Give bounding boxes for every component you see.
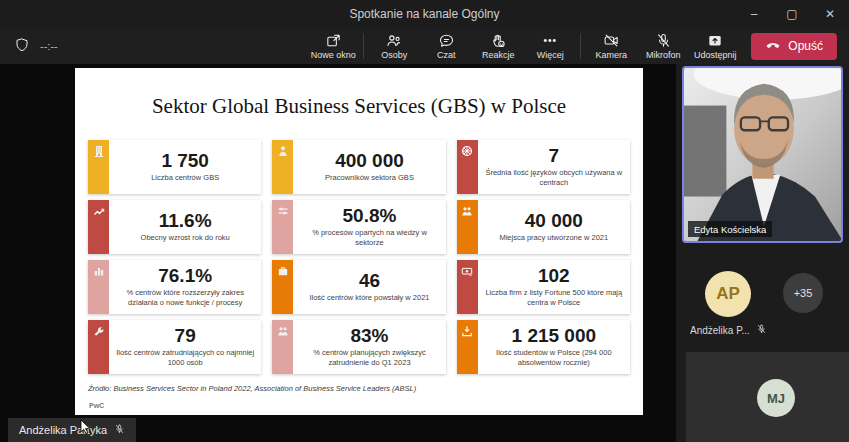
stat-value: 102 [538, 266, 570, 286]
mic-off-icon [114, 423, 125, 437]
presenter-name-chip: Andżelika Partyka [8, 418, 136, 442]
new-window-button[interactable]: Nowe okno [307, 32, 359, 60]
camera-off-icon [602, 32, 621, 49]
share-screen-button[interactable]: Udostępnij [689, 32, 741, 60]
participant-avatar[interactable]: AP [705, 271, 751, 317]
chat-button[interactable]: Czat [420, 32, 472, 60]
active-speaker-video-tile[interactable]: Edyta Kościelska [682, 66, 843, 243]
stat-value: 83% [350, 326, 388, 346]
hangup-icon [765, 39, 781, 53]
toolbar-buttons: Nowe okno Osoby Czat Reakcje [307, 32, 849, 60]
people-icon [385, 32, 403, 49]
stat-label: % centrów planujących zwiększyć zatrudni… [297, 348, 441, 368]
bar-chart-icon [88, 260, 109, 314]
speaker-video-feed [684, 68, 841, 241]
participant-name: Andżelika P... [690, 325, 750, 336]
stat-label: Obecny wzrost rok do roku [141, 233, 230, 243]
reactions-icon [489, 32, 507, 49]
toolbar-separator [363, 33, 364, 59]
teams-meeting-window: Spotkanie na kanale Ogólny – ▢ ✕ --:-- N… [0, 0, 849, 442]
toolbar-separator [580, 33, 581, 59]
stat-label: Liczba centrów GBS [151, 173, 219, 183]
window-controls: – ▢ ✕ [735, 0, 849, 28]
reactions-button[interactable]: Reakcje [472, 32, 524, 60]
stat-value: 76.1% [158, 266, 212, 286]
stat-card: 83% % centrów planujących zwiększyć zatr… [272, 320, 445, 374]
stat-card: 102 Liczba firm z listy Fortune 500 któr… [457, 260, 630, 314]
stat-card: 400 000 Pracowników sektora GBS [272, 140, 445, 194]
close-icon[interactable]: ✕ [811, 0, 849, 28]
trend-up-icon [88, 200, 109, 254]
building-icon [88, 140, 109, 194]
people-icon [457, 200, 478, 254]
stat-label: % centrów które rozszerzyły zakres dział… [113, 288, 257, 308]
stat-card: 1 215 000 Ilość studentów w Polsce (294 … [457, 320, 630, 374]
stat-value: 46 [359, 271, 380, 291]
overflow-participants-badge[interactable]: +35 [783, 273, 823, 313]
screen-share-stage: Sektor Global Business Services (GBS) w … [0, 64, 676, 442]
camera-button[interactable]: Kamera [585, 32, 637, 60]
stat-card: 50.8% % procesów opartych na wiedzy w se… [272, 200, 445, 254]
maximize-icon[interactable]: ▢ [773, 0, 811, 28]
mic-off-icon [756, 323, 767, 337]
slide-title: Sektor Global Business Services (GBS) w … [75, 94, 643, 119]
window-title: Spotkanie na kanale Ogólny [0, 7, 849, 21]
stat-card: 76.1% % centrów które rozszerzyły zakres… [88, 260, 261, 314]
participants-sidebar: Edyta Kościelska AP +35 Andżelika P... M… [676, 64, 849, 442]
stat-value: 400 000 [335, 151, 404, 171]
stat-value: 1 750 [161, 151, 209, 171]
leave-button[interactable]: Opuść [751, 33, 837, 60]
stat-card: 46 Ilość centrów które powstały w 2021 [272, 260, 445, 314]
stat-value: 50.8% [343, 206, 397, 226]
banknote-icon [457, 260, 478, 314]
person-icon [272, 140, 293, 194]
download-icon [457, 320, 478, 374]
share-screen-icon [706, 32, 724, 49]
new-window-icon [325, 32, 342, 49]
stat-card: 79 Ilość centrów zatrudniających co najm… [88, 320, 261, 374]
participant-avatar: MJ [757, 379, 795, 417]
stat-value: 40 000 [525, 211, 583, 231]
more-icon: ••• [544, 32, 558, 49]
microphone-button[interactable]: Mikrofon [637, 32, 689, 60]
participant-name-row: Andżelika P... [690, 323, 840, 337]
meeting-toolbar: --:-- Nowe okno Osoby Czat [0, 28, 849, 64]
mouse-cursor-icon [80, 419, 91, 438]
stat-card: 40 000 Miejsca pracy utworzone w 2021 [457, 200, 630, 254]
stat-value: 11.6% [159, 211, 212, 231]
stat-value: 79 [175, 326, 196, 346]
stat-label: Pracowników sektora GBS [325, 173, 414, 183]
pwc-logo: PwC [89, 402, 104, 409]
stat-card: 1 750 Liczba centrów GBS [88, 140, 261, 194]
presentation-slide: Sektor Global Business Services (GBS) w … [75, 68, 643, 415]
briefcase-icon [272, 260, 293, 314]
stat-value: 7 [549, 146, 560, 166]
stat-label: Miejsca pracy utworzone w 2021 [499, 233, 608, 243]
stat-label: % procesów opartych na wiedzy w sektorze [297, 228, 441, 248]
people-button[interactable]: Osoby [368, 32, 420, 60]
shield-icon [14, 37, 30, 55]
stat-label: Średnia ilość języków obcych używana w c… [482, 168, 626, 188]
titlebar: Spotkanie na kanale Ogólny – ▢ ✕ [0, 0, 849, 28]
participant-video-tile[interactable]: MJ [686, 352, 849, 442]
stat-card: 11.6% Obecny wzrost rok do roku [88, 200, 261, 254]
meeting-stage-area: Sektor Global Business Services (GBS) w … [0, 64, 849, 442]
meeting-status: --:-- [14, 37, 58, 55]
more-button[interactable]: ••• Więcej [524, 32, 576, 60]
slide-source-note: Źródło: Business Services Sector in Pola… [88, 384, 416, 393]
stat-card: 7 Średnia ilość języków obcych używana w… [457, 140, 630, 194]
stat-label: Ilość studentów w Polsce (294 000 absolw… [482, 348, 626, 368]
stat-cards-grid: 1 750 Liczba centrów GBS 400 000 Pracown… [88, 140, 630, 374]
stat-label: Ilość centrów zatrudniających co najmnie… [113, 348, 257, 368]
presenter-name: Andżelika Partyka [19, 424, 107, 436]
minimize-icon[interactable]: – [735, 0, 773, 28]
stat-value: 1 215 000 [512, 326, 597, 346]
meeting-timer: --:-- [40, 40, 58, 52]
mic-off-icon [655, 32, 672, 49]
people-icon [272, 320, 293, 374]
chat-icon [438, 32, 455, 49]
stat-label: Liczba firm z listy Fortune 500 które ma… [482, 288, 626, 308]
speaker-name-label: Edyta Kościelska [688, 221, 772, 237]
wrench-icon [88, 320, 109, 374]
sliders-icon [272, 200, 293, 254]
